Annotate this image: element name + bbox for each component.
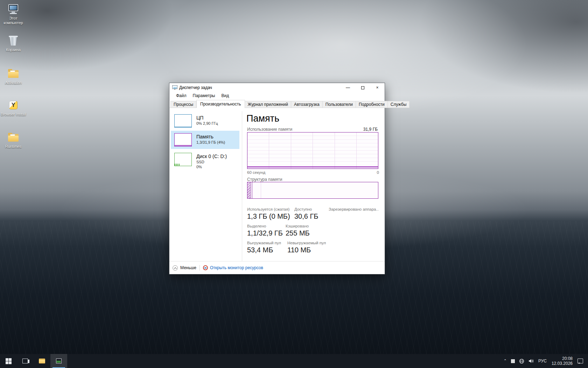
page-title: Память bbox=[246, 113, 279, 124]
tab-users[interactable]: Пользователи bbox=[323, 101, 356, 108]
sidebar-item-name: ЦП bbox=[196, 115, 218, 121]
tray-app-button[interactable] bbox=[509, 354, 517, 368]
menu-file[interactable]: Файл bbox=[173, 92, 190, 100]
file-explorer-button[interactable] bbox=[34, 354, 50, 368]
stat-available: Доступно 30,6 ГБ bbox=[294, 207, 318, 220]
sidebar-item-cpu[interactable]: ЦП 0% 2,90 ГГц bbox=[171, 112, 239, 130]
sidebar-item-detail2: 0% bbox=[196, 164, 227, 169]
close-button[interactable]: × bbox=[370, 83, 385, 92]
desktop-icon-label: Этот компьютер bbox=[0, 16, 27, 25]
folder-icon bbox=[7, 132, 19, 143]
task-manager-app-icon bbox=[172, 85, 177, 90]
recycle-bin-icon bbox=[7, 36, 19, 46]
sidebar-item-disk0[interactable]: Диск 0 (C: D:) SSD 0% bbox=[171, 150, 239, 172]
network-button[interactable] bbox=[517, 354, 526, 368]
sidebar-item-name: Память bbox=[196, 134, 225, 140]
stat-cached: Кэшировано 255 МБ bbox=[286, 224, 310, 237]
tray-app-icon bbox=[511, 359, 515, 363]
segment-divider bbox=[261, 182, 261, 198]
tab-services[interactable]: Службы bbox=[388, 101, 410, 108]
start-button[interactable] bbox=[0, 354, 17, 368]
sidebar-item-detail: SSD bbox=[196, 159, 227, 164]
task-manager-taskbar-button[interactable] bbox=[50, 354, 67, 368]
menu-view[interactable]: Вид bbox=[218, 92, 232, 100]
task-view-icon bbox=[22, 359, 28, 363]
desktop-icon-this-pc[interactable]: Этот компьютер bbox=[0, 4, 27, 25]
disk-graph-thumbnail bbox=[174, 153, 192, 166]
menu-bar: Файл Параметры Вид bbox=[169, 92, 385, 100]
desktop-icon-label: Runtimes bbox=[0, 144, 27, 149]
this-pc-icon bbox=[7, 4, 19, 15]
task-manager-icon bbox=[56, 359, 62, 363]
action-center-button[interactable] bbox=[575, 354, 585, 368]
task-view-button[interactable] bbox=[17, 354, 34, 368]
network-globe-icon bbox=[519, 359, 524, 364]
task-manager-window: Диспетчер задач — × Файл Параметры Вид П… bbox=[169, 83, 385, 274]
browser-install-icon: Y bbox=[7, 100, 19, 111]
tab-startup[interactable]: Автозагрузка bbox=[291, 101, 323, 108]
minimize-button[interactable]: — bbox=[341, 83, 355, 92]
axis-right-label: 0 bbox=[377, 170, 379, 175]
desktop-icon-label: Корзина bbox=[0, 48, 27, 52]
memory-graph-thumbnail bbox=[174, 133, 192, 146]
maximize-button[interactable] bbox=[355, 83, 370, 92]
file-explorer-icon bbox=[39, 359, 45, 363]
maximize-icon bbox=[361, 86, 364, 89]
clock-time: 20:08 bbox=[552, 356, 573, 361]
open-resource-monitor-link[interactable]: Открыть монитор ресурсов bbox=[210, 265, 263, 270]
fewer-details-button[interactable]: Меньше bbox=[173, 265, 196, 271]
usage-graph-label: Использование памяти bbox=[247, 127, 292, 132]
windows-logo-icon bbox=[6, 358, 12, 364]
tab-app-history[interactable]: Журнал приложений bbox=[245, 101, 291, 108]
taskbar: ⌃ РУС 20:08 12.03.2026 bbox=[0, 354, 588, 368]
stat-nonpaged-pool: Невыгружаемый пул 110 МБ bbox=[287, 241, 326, 254]
usage-line bbox=[247, 166, 378, 167]
performance-pane: ЦП 0% 2,90 ГГц Память 1,3/31,9 ГБ (4%) Д… bbox=[169, 108, 385, 261]
sidebar-item-memory[interactable]: Память 1,3/31,9 ГБ (4%) bbox=[171, 131, 239, 149]
usage-graph-total: 31,9 ГБ bbox=[363, 127, 378, 132]
composition-label: Структура памяти bbox=[247, 177, 282, 182]
volume-button[interactable] bbox=[526, 354, 536, 368]
sidebar-item-detail: 1,3/31,9 ГБ (4%) bbox=[196, 140, 225, 145]
memory-detail-pane: Память Использование памяти 31,9 ГБ 60 с… bbox=[246, 108, 385, 261]
desktop-icon-browser-install[interactable]: Y Browser Install bbox=[0, 100, 27, 117]
system-tray: ⌃ РУС 20:08 12.03.2026 bbox=[502, 354, 588, 368]
folder-icon bbox=[7, 69, 19, 79]
tab-details[interactable]: Подробности bbox=[356, 101, 388, 108]
footer-divider bbox=[200, 265, 200, 271]
notification-icon bbox=[578, 359, 583, 363]
sidebar-item-name: Диск 0 (C: D:) bbox=[196, 153, 227, 159]
tab-strip: Процессы Производительность Журнал прило… bbox=[169, 100, 385, 108]
desktop-icon-label: Activation bbox=[0, 81, 27, 85]
stat-hardware-reserved: Зарезервировано аппара… bbox=[329, 207, 378, 211]
resource-monitor-icon bbox=[203, 265, 208, 270]
clock-date: 12.03.2026 bbox=[552, 361, 573, 366]
pane-divider bbox=[242, 111, 242, 261]
window-title: Диспетчер задач bbox=[179, 85, 212, 90]
desktop-icon-label: Browser Install bbox=[0, 112, 27, 117]
hidden-icons-button[interactable]: ⌃ bbox=[502, 354, 509, 368]
tab-processes[interactable]: Процессы bbox=[170, 101, 196, 108]
stat-paged-pool: Выгружаемый пул 53,4 МБ bbox=[247, 241, 281, 254]
desktop-icon-recycle-bin[interactable]: Корзина bbox=[0, 36, 27, 52]
desktop-icon-runtimes[interactable]: Runtimes bbox=[0, 132, 27, 149]
fewer-details-label: Меньше bbox=[180, 265, 196, 270]
segment-modified bbox=[251, 182, 253, 198]
axis-left-label: 60 секунд bbox=[247, 170, 265, 175]
clock[interactable]: 20:08 12.03.2026 bbox=[549, 356, 575, 366]
cpu-graph-thumbnail bbox=[174, 114, 192, 128]
window-footer: Меньше Открыть монитор ресурсов bbox=[169, 261, 385, 274]
tab-performance[interactable]: Производительность bbox=[196, 100, 245, 108]
menu-options[interactable]: Параметры bbox=[190, 92, 218, 100]
memory-usage-graph[interactable] bbox=[247, 132, 378, 169]
title-bar[interactable]: Диспетчер задач — × bbox=[169, 83, 385, 92]
stat-committed: Выделено 1,1/32,9 ГБ bbox=[247, 224, 283, 237]
memory-composition-bar[interactable] bbox=[247, 182, 378, 199]
desktop-icon-activation[interactable]: Activation bbox=[0, 69, 27, 85]
sidebar-item-detail: 0% 2,90 ГГц bbox=[196, 121, 218, 126]
segment-in-use bbox=[247, 182, 251, 198]
chevron-up-icon bbox=[173, 265, 178, 271]
language-indicator[interactable]: РУС bbox=[536, 354, 549, 368]
stat-in-use: Используется (сжатая) 1,3 ГБ (0 МБ) bbox=[247, 207, 290, 220]
speaker-icon bbox=[528, 359, 534, 363]
